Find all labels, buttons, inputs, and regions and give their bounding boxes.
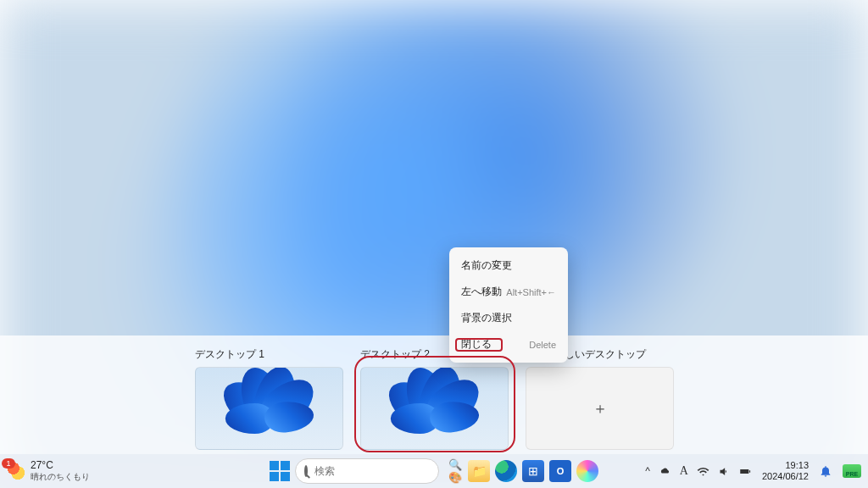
onedrive-icon[interactable] bbox=[659, 465, 671, 478]
menu-item-label: 閉じる bbox=[461, 337, 492, 352]
outlook-icon[interactable]: O bbox=[549, 460, 571, 482]
weather-icon bbox=[7, 462, 25, 480]
menu-item-choose-background[interactable]: 背景の選択 bbox=[449, 305, 568, 331]
system-tray[interactable]: ^ A bbox=[645, 464, 752, 478]
menu-item-rename[interactable]: 名前の変更 bbox=[449, 252, 568, 279]
taskbar-right: ^ A 19:13 2024/06/12 PRE bbox=[645, 460, 861, 482]
desktop-label: デスクトップ 1 bbox=[195, 347, 343, 362]
plus-icon: ＋ bbox=[593, 398, 608, 419]
menu-item-shortcut: Alt+Shift+← bbox=[506, 287, 556, 297]
menu-item-move-left[interactable]: 左へ移動 Alt+Shift+← bbox=[449, 279, 568, 305]
bloom-wallpaper-icon bbox=[384, 368, 486, 450]
copilot-icon[interactable] bbox=[576, 460, 598, 482]
taskbar-clock[interactable]: 19:13 2024/06/12 bbox=[762, 460, 809, 482]
taskbar-weather-widget[interactable]: 27°C 晴れのちくもり bbox=[7, 460, 90, 482]
taskbar-center: 🔍🎨 📁 ⊞ O bbox=[270, 458, 598, 484]
edge-icon[interactable] bbox=[495, 460, 517, 482]
wifi-icon[interactable] bbox=[697, 465, 709, 478]
virtual-desktop-1[interactable]: デスクトップ 1 bbox=[195, 347, 343, 450]
virtual-desktop-2[interactable]: デスクトップ 2 bbox=[360, 347, 509, 450]
new-desktop-thumbnail[interactable]: ＋ bbox=[526, 367, 674, 450]
menu-item-close[interactable]: 閉じる Delete bbox=[449, 331, 568, 358]
menu-item-shortcut: Delete bbox=[529, 340, 556, 350]
taskbar: 27°C 晴れのちくもり 🔍🎨 📁 ⊞ O ^ A 19:13 2024/06/… bbox=[0, 454, 868, 488]
task-view-button[interactable] bbox=[444, 462, 463, 480]
taskbar-search[interactable]: 🔍🎨 bbox=[295, 458, 439, 484]
search-input[interactable] bbox=[314, 465, 442, 477]
battery-icon[interactable] bbox=[739, 465, 752, 478]
task-view-strip: デスクトップ 1 デスクトップ 2 新しいデスクトップ ＋ bbox=[0, 336, 868, 454]
menu-item-label: 名前の変更 bbox=[461, 258, 512, 273]
clock-time: 19:13 bbox=[785, 460, 809, 471]
file-explorer-icon[interactable]: 📁 bbox=[468, 460, 490, 482]
clock-date: 2024/06/12 bbox=[762, 471, 809, 482]
menu-item-label: 背景の選択 bbox=[461, 311, 512, 325]
weather-temp: 27°C bbox=[31, 460, 90, 471]
menu-item-label: 左へ移動 bbox=[461, 285, 502, 299]
volume-icon[interactable] bbox=[718, 465, 731, 478]
notifications-icon[interactable] bbox=[819, 464, 832, 478]
desktop-thumbnail[interactable] bbox=[195, 367, 343, 450]
search-icon bbox=[304, 465, 308, 477]
new-desktop-button[interactable]: 新しいデスクトップ ＋ bbox=[526, 347, 674, 450]
ime-indicator[interactable]: A bbox=[680, 464, 688, 478]
tray-chevron-up-icon[interactable]: ^ bbox=[645, 465, 650, 477]
start-button[interactable] bbox=[270, 461, 290, 481]
weather-desc: 晴れのちくもり bbox=[31, 471, 90, 482]
desktop-thumbnail[interactable] bbox=[360, 367, 509, 450]
bloom-wallpaper-icon bbox=[219, 368, 320, 450]
dev-channel-badge[interactable]: PRE bbox=[843, 464, 861, 478]
desktop-context-menu: 名前の変更 左へ移動 Alt+Shift+← 背景の選択 閉じる Delete bbox=[449, 247, 568, 363]
microsoft-store-icon[interactable]: ⊞ bbox=[522, 460, 544, 482]
